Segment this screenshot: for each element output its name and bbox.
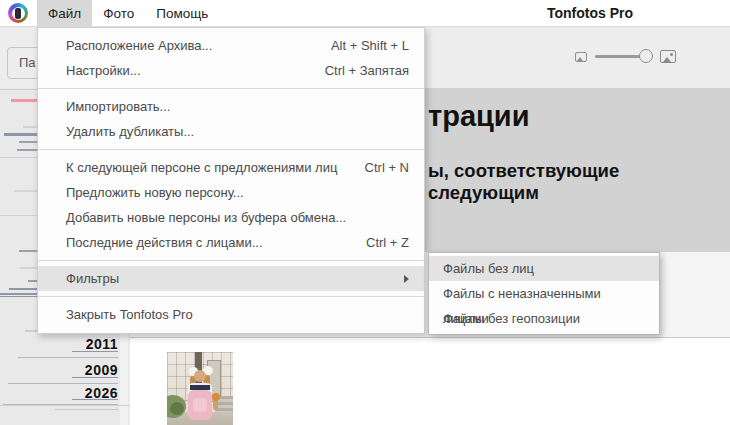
menu-item-label: Последние действия с лицами... <box>66 230 263 255</box>
menu-item-label: Импортировать... <box>66 94 170 119</box>
submenu-item-files-without-faces[interactable]: Файлы без лиц <box>429 256 659 281</box>
year-underline <box>72 399 118 400</box>
menu-item-shortcut: Ctrl + Z <box>366 230 409 255</box>
menu-item-import[interactable]: Импортировать... <box>38 94 424 119</box>
filters-submenu: Файлы без лиц Файлы с неназначенными лиц… <box>428 252 660 335</box>
redacted-item <box>9 288 40 290</box>
menu-item-label: Предложить новую персону... <box>66 180 244 205</box>
redacted-item <box>0 293 40 295</box>
menu-item-settings[interactable]: Настройки... Ctrl + Запятая <box>38 58 424 83</box>
filter-page-subtitle-partial: ы, соответствующие следующим <box>428 160 730 204</box>
menu-item-label: Настройки... <box>66 58 141 83</box>
photo-bush <box>170 402 184 415</box>
menu-item-shortcut: Alt + Shift + L <box>331 33 409 58</box>
menu-item-label: Фильтры <box>66 266 119 291</box>
menu-separator <box>38 260 424 261</box>
file-menu-dropdown: Расположение Архива... Alt + Shift + L Н… <box>37 27 425 334</box>
sidebar-year-item[interactable]: 2009 <box>58 362 118 378</box>
redacted-item <box>4 133 40 136</box>
menu-item-next-person-suggestions[interactable]: К следующей персоне с предложениями лиц … <box>38 155 424 180</box>
menu-item-shortcut: Ctrl + Запятая <box>325 58 409 83</box>
menubar-items: Файл Фото Помощь <box>37 0 219 27</box>
menu-item-remove-duplicates[interactable]: Удалить дубликаты... <box>38 119 424 144</box>
menubar: Файл Фото Помощь Tonfotos Pro <box>0 0 730 27</box>
large-image-icon <box>660 50 676 63</box>
year-underline <box>72 351 118 352</box>
menu-item-label: Удалить дубликаты... <box>66 119 194 144</box>
sidebar-year-item[interactable]: 2011 <box>58 336 118 352</box>
menu-separator <box>38 296 424 297</box>
menu-item-filters[interactable]: Фильтры <box>38 266 424 291</box>
menu-item-label: Добавить новые персоны из буфера обмена.… <box>66 205 346 230</box>
photo-backpack-pocket <box>193 398 207 412</box>
submenu-item-files-unassigned-faces[interactable]: Файлы с неназначенными лицами <box>429 281 659 306</box>
photo-girl-head <box>194 370 206 382</box>
menu-item-suggest-new-person[interactable]: Предложить новую персону... <box>38 180 424 205</box>
filter-page-title-partial: трации <box>428 100 530 133</box>
year-underline <box>55 409 118 410</box>
year-underline <box>72 377 118 378</box>
menu-item-label: К следующей персоне с предложениями лиц <box>66 155 337 180</box>
app-logo-icon <box>8 3 28 23</box>
thumbnail-size-slider-group <box>575 50 676 63</box>
sidebar-divider <box>0 405 130 406</box>
slider-knob[interactable] <box>639 49 653 63</box>
menu-item-quit-app[interactable]: Закрыть Tonfotos Pro <box>38 302 424 327</box>
year-underline <box>3 404 118 405</box>
menu-item-shortcut: Ctrl + N <box>365 155 409 180</box>
menubar-item-help[interactable]: Помощь <box>145 0 219 27</box>
redacted-item <box>11 99 40 102</box>
submenu-item-files-without-geo[interactable]: Файлы без геопозиции <box>429 306 659 331</box>
menu-separator <box>38 149 424 150</box>
window-title: Tonfotos Pro <box>520 0 660 27</box>
menu-item-recent-face-actions[interactable]: Последние действия с лицами... Ctrl + Z <box>38 230 424 255</box>
menu-item-archive-location[interactable]: Расположение Архива... Alt + Shift + L <box>38 33 424 58</box>
photo-thumbnail[interactable] <box>167 352 233 425</box>
small-image-icon <box>575 52 587 62</box>
menu-item-add-persons-clipboard[interactable]: Добавить новые персоны из буфера обмена.… <box>38 205 424 230</box>
submenu-arrow-icon <box>404 275 409 283</box>
menubar-item-photo[interactable]: Фото <box>92 0 145 27</box>
thumbnail-size-slider[interactable] <box>595 55 652 58</box>
year-underline <box>8 383 118 384</box>
year-underline <box>18 357 118 358</box>
menu-separator <box>38 88 424 89</box>
menu-item-label: Закрыть Tonfotos Pro <box>66 302 193 327</box>
photo-flowers <box>212 393 220 401</box>
menu-item-label: Расположение Архива... <box>66 33 212 58</box>
menubar-item-file[interactable]: Файл <box>37 0 92 27</box>
